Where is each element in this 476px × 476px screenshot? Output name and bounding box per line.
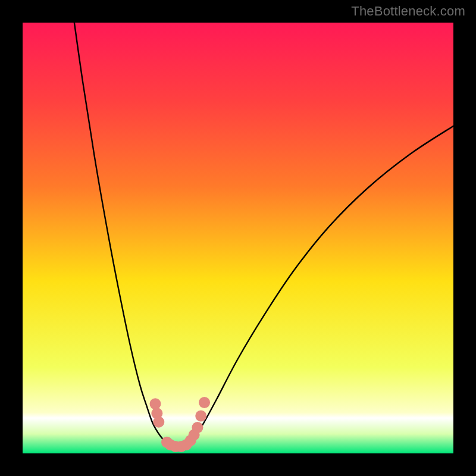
- svg-rect-0: [23, 23, 453, 453]
- chart-frame: TheBottleneck.com: [0, 0, 476, 476]
- data-marker: [192, 422, 203, 433]
- watermark-text: TheBottleneck.com: [351, 4, 465, 19]
- chart-svg: [23, 23, 453, 453]
- data-marker: [153, 416, 164, 428]
- data-marker: [195, 411, 206, 422]
- data-marker: [149, 398, 161, 409]
- plot-area: [23, 23, 453, 453]
- data-marker: [199, 397, 210, 408]
